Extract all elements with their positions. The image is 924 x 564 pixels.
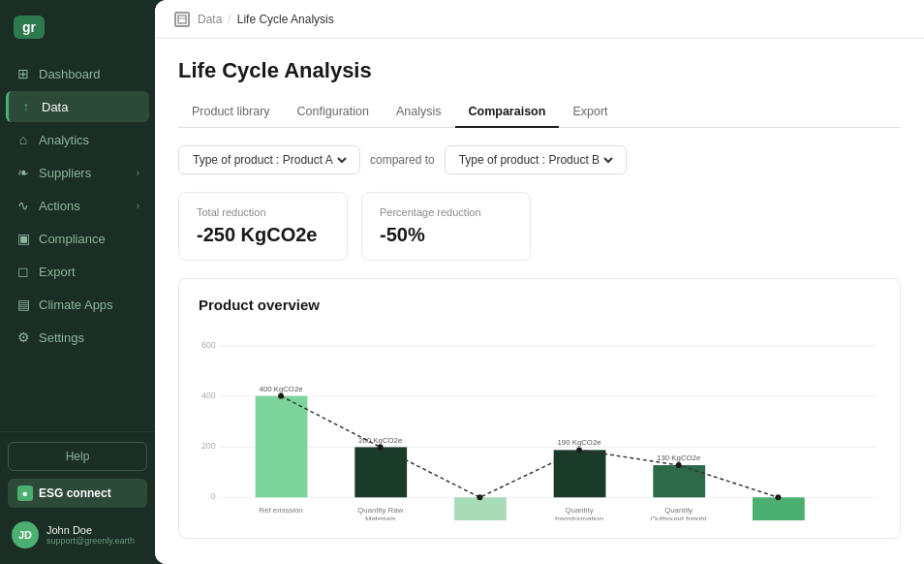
tab-configuration[interactable]: Configuration <box>284 97 383 128</box>
tab-export[interactable]: Export <box>559 97 621 128</box>
sidebar-item-suppliers[interactable]: ❧ Suppliers › <box>6 157 149 188</box>
breadcrumb-current: Life Cycle Analysis <box>237 13 334 26</box>
stats-row: Total reduction -250 KgCO2e Percentage r… <box>178 192 901 261</box>
product-a-select[interactable]: Type of product : Product A Type of prod… <box>189 152 350 168</box>
sidebar-item-data[interactable]: ↑ Data <box>6 91 149 122</box>
sidebar-item-actions[interactable]: ∿ Actions › <box>6 190 149 221</box>
sidebar-item-analytics[interactable]: ⌂ Analytics <box>6 124 149 155</box>
svg-text:600: 600 <box>201 340 216 350</box>
chevron-right-icon: › <box>137 201 139 211</box>
dot-2 <box>378 445 384 451</box>
svg-rect-0 <box>178 16 186 23</box>
svg-text:0: 0 <box>211 491 216 501</box>
app-logo: gr <box>14 16 45 39</box>
bar-inbound-freight <box>753 497 805 520</box>
dot-4 <box>576 447 582 453</box>
bar-chart: 600 400 200 0 400 KgCO2e 2 <box>199 327 880 520</box>
product-a-select-wrapper[interactable]: Type of product : Product A Type of prod… <box>178 145 360 174</box>
bar-ref-emission <box>256 396 308 498</box>
user-info: John Doe support@greenly.earth <box>46 524 143 546</box>
analytics-icon: ⌂ <box>15 132 31 147</box>
svg-text:Materials: Materials <box>365 515 396 520</box>
sidebar-item-label: Suppliers <box>39 166 91 180</box>
compliance-icon: ▣ <box>15 231 31 246</box>
chart-title: Product overview <box>199 297 880 313</box>
chevron-right-icon: › <box>137 168 139 178</box>
breadcrumb-root[interactable]: Data <box>198 13 222 26</box>
percentage-reduction-label: Percentage reduction <box>380 206 512 218</box>
esg-icon: ■ <box>17 486 33 501</box>
logo-area: gr <box>0 0 155 58</box>
data-icon: ↑ <box>18 99 34 114</box>
actions-icon: ∿ <box>15 198 31 213</box>
export-icon: ◻ <box>15 264 31 279</box>
avatar: JD <box>12 521 39 548</box>
climate-apps-icon: ▤ <box>15 297 31 312</box>
dot-1 <box>278 393 284 399</box>
suppliers-icon: ❧ <box>15 165 31 180</box>
svg-text:400 KgCO2e: 400 KgCO2e <box>259 385 302 393</box>
svg-text:Ref emission: Ref emission <box>259 506 302 515</box>
total-reduction-card: Total reduction -250 KgCO2e <box>178 192 348 261</box>
tab-bar: Product library Configuration Analysis C… <box>178 97 901 128</box>
sidebar-item-dashboard[interactable]: ⊞ Dashboard <box>6 58 149 89</box>
svg-text:Quantity: Quantity <box>566 506 594 515</box>
sidebar-item-label: Dashboard <box>39 67 101 81</box>
sidebar: gr ⊞ Dashboard ↑ Data ⌂ Analytics ❧ Supp… <box>0 0 155 564</box>
sidebar-item-settings[interactable]: ⚙ Settings <box>6 322 149 353</box>
total-reduction-value: -250 KgCO2e <box>197 224 329 246</box>
sidebar-item-label: Climate Apps <box>39 298 113 312</box>
tab-product-library[interactable]: Product library <box>178 97 284 128</box>
filter-row: Type of product : Product A Type of prod… <box>178 145 901 174</box>
tab-analysis[interactable]: Analysis <box>383 97 455 128</box>
sidebar-item-label: Actions <box>39 199 80 213</box>
bar-intensity-raw <box>454 497 507 520</box>
page-icon <box>174 12 190 27</box>
svg-text:Quantity: Quantity <box>664 506 693 515</box>
sidebar-item-label: Data <box>42 100 68 114</box>
dot-5 <box>676 462 682 468</box>
user-email: support@greenly.earth <box>46 536 143 546</box>
sidebar-item-label: Compliance <box>39 232 106 246</box>
percentage-reduction-value: -50% <box>380 224 512 246</box>
user-name: John Doe <box>46 524 143 536</box>
svg-text:130 KgCO2e: 130 KgCO2e <box>657 454 700 462</box>
page-body: Life Cycle Analysis Product library Conf… <box>155 39 924 564</box>
bar-qty-raw-materials <box>354 447 407 497</box>
sidebar-item-export[interactable]: ◻ Export <box>6 256 149 287</box>
svg-text:Outbound freight: Outbound freight <box>651 515 708 520</box>
dot-3 <box>477 494 482 500</box>
dot-6 <box>775 494 781 500</box>
svg-text:transformation: transformation <box>555 515 603 520</box>
total-reduction-label: Total reduction <box>197 206 329 218</box>
esg-connect-label: ESG connect <box>39 486 111 500</box>
dashboard-icon: ⊞ <box>15 66 31 81</box>
svg-text:400: 400 <box>201 391 216 400</box>
breadcrumb: Data / Life Cycle Analysis <box>198 13 334 26</box>
svg-text:Quantity Raw: Quantity Raw <box>357 506 403 515</box>
sidebar-item-climate-apps[interactable]: ▤ Climate Apps <box>6 289 149 320</box>
page-title: Life Cycle Analysis <box>178 58 901 83</box>
chart-container: Product overview 600 400 200 0 40 <box>178 278 901 539</box>
topbar: Data / Life Cycle Analysis <box>155 0 924 39</box>
sidebar-item-label: Settings <box>39 330 84 345</box>
settings-icon: ⚙ <box>15 329 31 345</box>
svg-text:200: 200 <box>201 441 216 451</box>
user-profile[interactable]: JD John Doe support@greenly.earth <box>8 516 147 554</box>
chart-area: 600 400 200 0 400 KgCO2e 2 <box>199 327 880 520</box>
sidebar-nav: ⊞ Dashboard ↑ Data ⌂ Analytics ❧ Supplie… <box>0 58 155 431</box>
svg-text:190 KgCO2e: 190 KgCO2e <box>557 438 601 447</box>
product-b-select-wrapper[interactable]: Type of product : Product B Type of prod… <box>445 145 627 174</box>
sidebar-item-compliance[interactable]: ▣ Compliance <box>6 223 149 254</box>
percentage-reduction-card: Percentage reduction -50% <box>361 192 531 261</box>
main-content: Data / Life Cycle Analysis Life Cycle An… <box>155 0 924 564</box>
esg-connect-button[interactable]: ■ ESG connect <box>8 479 147 508</box>
sidebar-item-label: Analytics <box>39 133 89 147</box>
tab-comparaison[interactable]: Comparaison <box>455 97 560 128</box>
compared-to-label: compared to <box>370 153 435 167</box>
product-b-select[interactable]: Type of product : Product B Type of prod… <box>455 152 616 168</box>
breadcrumb-separator: / <box>228 13 231 26</box>
help-button[interactable]: Help <box>8 442 147 471</box>
bar-outbound-freight <box>653 465 705 497</box>
sidebar-bottom: Help ■ ESG connect JD John Doe support@g… <box>0 431 155 564</box>
